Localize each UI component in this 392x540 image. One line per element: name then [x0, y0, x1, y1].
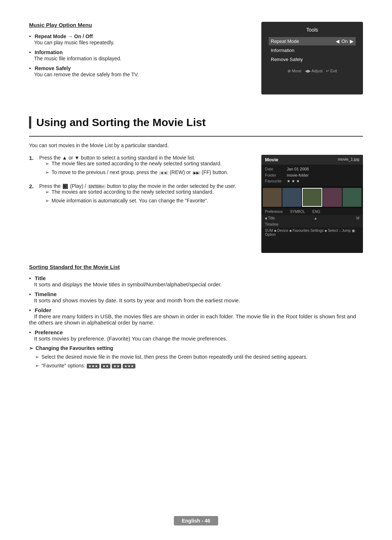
tools-repeat-label: Repeat Mode	[271, 39, 336, 44]
step-1: 1. Press the ▲ or ▼ button to select a s…	[29, 155, 250, 178]
arrow-sym-4: ➢	[45, 198, 49, 203]
movie-thumbs	[261, 186, 363, 208]
chapter-title: Using and Sorting the Movie List	[36, 116, 363, 129]
enter-btn: ENTER↵	[87, 185, 106, 189]
changing-arrow-2-icon: ➢	[35, 363, 39, 368]
music-text: Music Play Option Menu • Repeat Mode → O…	[29, 22, 247, 94]
sort-preference: Preference	[265, 210, 283, 214]
changing-fav-heading-row: ➢ Changing the Favourites setting	[29, 345, 363, 351]
tools-remove-label: Remove Safely	[271, 57, 354, 62]
info-key-date: Date	[265, 166, 283, 172]
thumb-5	[343, 188, 362, 207]
sort-folder-desc: If there are many folders in USB, the mo…	[29, 313, 356, 326]
changing-fav-options-text: "Favourite" options: ★★★ ★★ ★★ ★★★	[41, 363, 135, 368]
music-bullet-3-desc: You can remove the device safely from th…	[34, 72, 139, 77]
info-key-fav: Favourite	[265, 178, 283, 184]
left-arrow-icon: ◀	[336, 39, 339, 44]
exit-icon: ↵	[326, 69, 329, 73]
movie-panel: Movie movie_1.jpg Date Jan 01 2008 Folde…	[261, 155, 363, 253]
fav-opt-3: ★★	[112, 364, 121, 368]
sort-title-label: Title	[34, 275, 46, 281]
music-bullet-3-label: Remove Safely	[34, 65, 71, 71]
changing-fav-arrow-2: ➢ "Favourite" options: ★★★ ★★ ★★ ★★★	[35, 363, 363, 368]
music-section-heading: Music Play Option Menu	[29, 22, 247, 28]
sort-title: • Title It sorts and displays the Movie …	[29, 275, 363, 287]
fav-opt-2: ★★	[101, 364, 110, 368]
step-1-arrow-2: ➢ To move to the previous / next group, …	[45, 169, 250, 175]
bullet-dot: •	[29, 33, 31, 39]
movie-nav-bar: ■ Title ▲ M	[261, 215, 363, 221]
info-val-folder: movie-folder	[287, 172, 309, 178]
info-row-folder: Folder movie-folder	[265, 172, 359, 178]
changing-fav-heading: Changing the Favourites setting	[36, 345, 113, 351]
sort-pref-label: Preference	[34, 329, 63, 335]
tools-repeat-value: ◀ On ▶	[336, 39, 354, 44]
step-2-arrow-1-text: The movies are sorted according to the n…	[52, 189, 214, 195]
info-row-fav: Favourite ★ ★ ★	[265, 178, 359, 184]
music-section: Music Play Option Menu • Repeat Mode → O…	[29, 22, 363, 94]
info-row-date: Date Jan 01 2008	[265, 166, 359, 172]
music-bullet-1: • Repeat Mode → On / Off You can play mu…	[29, 33, 247, 45]
sorting-section: Sorting Standard for the Movie List • Ti…	[29, 264, 363, 368]
step-1-arrow-2-text: To move to the previous / next group, pr…	[52, 169, 228, 175]
info-val-fav: ★ ★ ★	[287, 178, 300, 184]
changing-arrow-icon: ➢	[29, 345, 33, 351]
arrow-sym-2: ➢	[45, 169, 49, 175]
sorting-heading: Sorting Standard for the Movie List	[29, 264, 363, 270]
changing-fav-arrow-1-text: Select the desired movie file in the mov…	[41, 354, 307, 360]
sort-pref-desc: It sorts movies by preference. (Favorite…	[34, 335, 228, 342]
chapter-divider	[29, 136, 363, 137]
rew-btn: ◄◄	[159, 171, 168, 175]
tools-row-remove: Remove Safely	[269, 55, 356, 64]
fav-opt-4: ★★★	[123, 364, 135, 368]
arrow-sym-3: ➢	[45, 189, 49, 195]
movie-timeline-bar: Timeline	[261, 221, 363, 227]
sort-eng: ENG	[313, 210, 320, 214]
step-1-text: Press the ▲ or ▼ button to select a sort…	[39, 155, 195, 161]
thumb-1	[263, 188, 282, 207]
ff-btn: ▶▶	[192, 171, 200, 175]
fav-options: ★★★ ★★ ★★ ★★★	[87, 364, 135, 368]
movie-text: 1. Press the ▲ or ▼ button to select a s…	[29, 155, 250, 253]
info-key-folder: Folder	[265, 172, 283, 178]
step-2-num: 2.	[29, 183, 36, 206]
thumb-4	[323, 188, 342, 207]
chapter-intro: You can sort movies in the Movie List by…	[29, 142, 363, 148]
step-2-arrow-1: ➢ The movies are sorted according to the…	[45, 189, 250, 195]
sort-folder-label: Folder	[34, 307, 51, 313]
tools-footer: ⊕ Move ◀▶ Adjust ↵ Exit	[269, 69, 356, 73]
page: Music Play Option Menu • Repeat Mode → O…	[0, 0, 392, 540]
step-2-arrow-2: ➢ Movie information is automatically set…	[45, 198, 250, 203]
tools-row-info: Information	[269, 46, 356, 55]
step-2-content: Press the (Play) / ENTER↵ button to play…	[39, 183, 250, 206]
nav-m: M	[356, 216, 359, 220]
step-1-num: 1.	[29, 155, 36, 178]
changing-fav-arrow-1: ➢ Select the desired movie file in the m…	[35, 354, 363, 360]
bottom-content: SUM ■ Device ■ Favourites Settings ■ Sel…	[265, 229, 355, 237]
step-2: 2. Press the (Play) / ENTER↵ button to p…	[29, 183, 250, 206]
info-val-date: Jan 01 2008	[287, 166, 309, 172]
music-bullet-2-label: Information	[34, 49, 62, 55]
music-bullet-2: • Information The music file information…	[29, 49, 247, 61]
step-1-arrow-1-text: The movie files are sorted according to …	[52, 161, 221, 166]
step-1-content: Press the ▲ or ▼ button to select a sort…	[39, 155, 250, 178]
bullet-dot-2: •	[29, 49, 31, 55]
bullet-dot-3: •	[29, 65, 31, 71]
music-bullet-2-desc: The music file information is displayed.	[34, 56, 121, 61]
fav-opt-1: ★★★	[87, 364, 99, 368]
right-arrow-icon: ▶	[350, 39, 354, 44]
sort-symbol: SYMBOL	[290, 210, 305, 214]
sort-folder: • Folder If there are many folders in US…	[29, 307, 363, 326]
movie-info: Date Jan 01 2008 Folder movie-folder Fav…	[261, 165, 363, 186]
movie-panel-header: Movie movie_1.jpg	[261, 155, 363, 165]
step-1-arrow-1: ➢ The movie files are sorted according t…	[45, 161, 250, 166]
movie-bottom-bar: SUM ■ Device ■ Favourites Settings ■ Sel…	[261, 227, 363, 238]
tools-panel: Tools Repeat Mode ◀ On ▶ Information Rem…	[261, 22, 363, 94]
sort-timeline-desc: It sorts and shows movies by date. It so…	[34, 297, 240, 303]
move-icon: ⊕	[287, 69, 291, 73]
chapter-title-bar: Using and Sorting the Movie List	[29, 116, 363, 129]
sort-timeline-label: Timeline	[34, 291, 57, 297]
nav-title: ■ Title	[265, 216, 275, 220]
footer-badge: English - 46	[174, 516, 219, 525]
sort-title-desc: It sorts and displays the Movie titles i…	[34, 281, 222, 287]
